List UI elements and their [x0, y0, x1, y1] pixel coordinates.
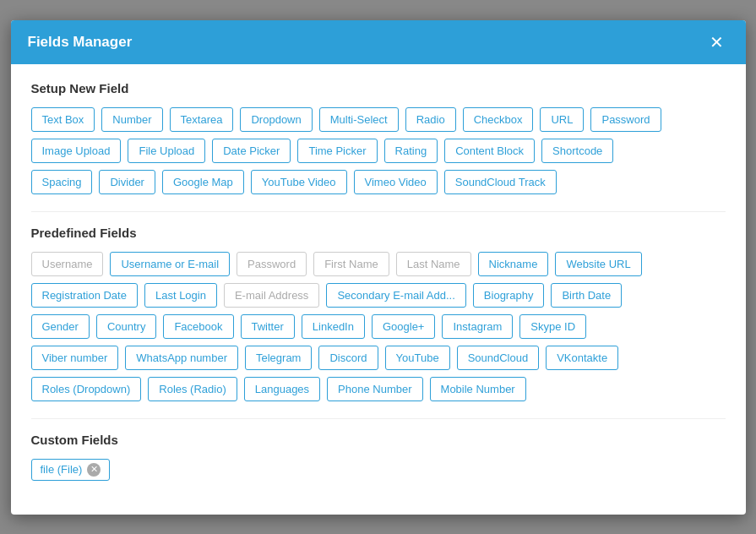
predefined-field-button[interactable]: Country — [96, 314, 157, 339]
predefined-field-button: Password — [237, 252, 307, 276]
predefined-rows: UsernameUsername or E-mailPasswordFirst … — [31, 252, 726, 401]
setup-rows: Text BoxNumberTextareaDropdownMulti-Sele… — [31, 107, 726, 194]
custom-fields-section: Custom Fields file (File)✕ — [31, 433, 726, 481]
predefined-field-button[interactable]: Skype ID — [519, 314, 586, 339]
field-button-row: SpacingDividerGoogle MapYouTube VideoVim… — [31, 170, 726, 194]
setup-field-button[interactable]: Date Picker — [212, 139, 291, 163]
predefined-button-row: Registration DateLast LoginE-mail Addres… — [31, 283, 726, 308]
predefined-field-button[interactable]: YouTube — [385, 346, 450, 370]
predefined-field-button: E-mail Address — [224, 283, 319, 308]
setup-field-button[interactable]: Google Map — [162, 170, 244, 194]
setup-field-button[interactable]: Shortcode — [541, 139, 613, 163]
setup-field-button[interactable]: Checkbox — [463, 107, 534, 132]
setup-field-button[interactable]: Time Picker — [297, 139, 377, 163]
setup-field-button[interactable]: Spacing — [31, 170, 93, 194]
custom-section-title: Custom Fields — [31, 433, 726, 447]
predefined-button-row: Roles (Dropdown)Roles (Radio)LanguagesPh… — [31, 377, 726, 401]
field-button-row: Image UploadFile UploadDate PickerTime P… — [31, 139, 726, 163]
predefined-field-button[interactable]: Instagram — [442, 314, 513, 339]
predefined-field-button[interactable]: VKontakte — [546, 346, 618, 370]
predefined-button-row: Viber numberWhatsApp numberTelegramDisco… — [31, 346, 726, 370]
custom-tags-group: file (File)✕ — [31, 459, 726, 481]
setup-field-button[interactable]: Password — [590, 107, 661, 132]
predefined-button-row: UsernameUsername or E-mailPasswordFirst … — [31, 252, 726, 276]
custom-tag-label: file (File) — [41, 463, 83, 476]
setup-field-button[interactable]: Content Block — [444, 139, 535, 163]
field-button-row: Text BoxNumberTextareaDropdownMulti-Sele… — [31, 107, 726, 132]
predefined-button-row: GenderCountryFacebookTwitterLinkedInGoog… — [31, 314, 726, 339]
setup-field-button[interactable]: Text Box — [31, 107, 95, 132]
predefined-field-button[interactable]: LinkedIn — [302, 314, 365, 339]
setup-field-button[interactable]: YouTube Video — [251, 170, 347, 194]
custom-tag: file (File)✕ — [31, 459, 111, 481]
setup-field-button[interactable]: Number — [101, 107, 162, 132]
predefined-field-button[interactable]: Google+ — [372, 314, 436, 339]
setup-field-button[interactable]: Image Upload — [31, 139, 122, 163]
predefined-field-button[interactable]: Mobile Number — [430, 377, 526, 401]
predefined-field-button[interactable]: Last Login — [144, 283, 217, 308]
predefined-field-button: Last Name — [396, 252, 471, 276]
setup-field-button[interactable]: Rating — [384, 139, 438, 163]
setup-section-title: Setup New Field — [31, 81, 726, 95]
setup-field-button[interactable]: Divider — [99, 170, 155, 194]
setup-field-button[interactable]: Vimeo Video — [354, 170, 438, 194]
modal-body: Setup New Field Text BoxNumberTextareaDr… — [11, 64, 746, 515]
modal-close-button[interactable]: ✕ — [704, 32, 729, 52]
predefined-field-button[interactable]: Languages — [244, 377, 320, 401]
predefined-fields-section: Predefined Fields UsernameUsername or E-… — [31, 226, 726, 401]
predefined-field-button[interactable]: Phone Number — [327, 377, 422, 401]
modal-title: Fields Manager — [28, 34, 133, 51]
setup-field-button[interactable]: Radio — [405, 107, 456, 132]
predefined-field-button[interactable]: Username or E-mail — [110, 252, 230, 276]
modal-overlay: Fields Manager ✕ Setup New Field Text Bo… — [0, 0, 756, 534]
predefined-field-button[interactable]: SoundCloud — [457, 346, 540, 370]
setup-new-field-section: Setup New Field Text BoxNumberTextareaDr… — [31, 81, 726, 194]
predefined-section-title: Predefined Fields — [31, 226, 726, 240]
predefined-field-button[interactable]: Twitter — [241, 314, 295, 339]
predefined-field-button[interactable]: Discord — [318, 346, 378, 370]
modal-header: Fields Manager ✕ — [11, 20, 746, 64]
setup-field-button[interactable]: File Upload — [128, 139, 205, 163]
predefined-field-button[interactable]: Facebook — [163, 314, 233, 339]
setup-field-button[interactable]: Multi-Select — [319, 107, 399, 132]
setup-field-button[interactable]: SoundCloud Track — [444, 170, 557, 194]
predefined-field-button[interactable]: Website URL — [555, 252, 641, 276]
predefined-field-button[interactable]: Viber number — [31, 346, 119, 370]
predefined-field-button[interactable]: Nickname — [478, 252, 549, 276]
predefined-field-button[interactable]: WhatsApp number — [125, 346, 238, 370]
predefined-field-button[interactable]: Biography — [473, 283, 545, 308]
custom-tag-remove-button[interactable]: ✕ — [87, 463, 101, 477]
section-divider-2 — [31, 418, 726, 419]
fields-manager-modal: Fields Manager ✕ Setup New Field Text Bo… — [11, 20, 746, 515]
predefined-field-button[interactable]: Gender — [31, 314, 90, 339]
predefined-field-button[interactable]: Roles (Dropdown) — [31, 377, 142, 401]
predefined-field-button: Username — [31, 252, 104, 276]
setup-field-button[interactable]: Textarea — [170, 107, 234, 132]
predefined-field-button[interactable]: Telegram — [245, 346, 312, 370]
custom-tags-group-inner: file (File)✕ — [31, 459, 726, 481]
predefined-field-button[interactable]: Birth Date — [551, 283, 622, 308]
setup-field-button[interactable]: URL — [540, 107, 584, 132]
setup-field-button[interactable]: Dropdown — [240, 107, 312, 132]
predefined-field-button: First Name — [313, 252, 389, 276]
predefined-field-button[interactable]: Secondary E-mail Add... — [326, 283, 465, 308]
predefined-field-button[interactable]: Registration Date — [31, 283, 138, 308]
section-divider — [31, 211, 726, 212]
predefined-field-button[interactable]: Roles (Radio) — [148, 377, 237, 401]
